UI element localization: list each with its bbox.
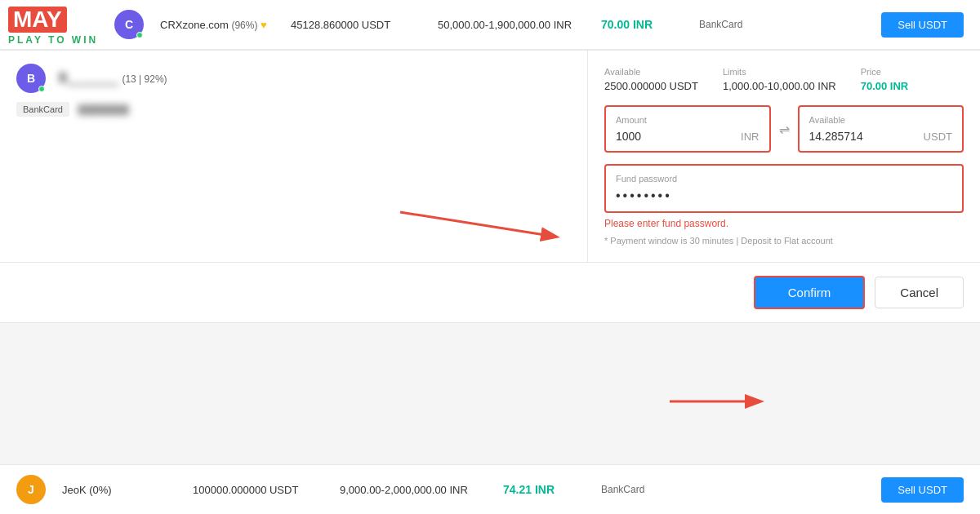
bankcard-tag: BankCard	[16, 102, 69, 117]
top-trader-info: CRXzone.com (96%) ♥	[160, 19, 274, 31]
may-logo: MAY	[8, 7, 98, 33]
cancel-button[interactable]: Cancel	[875, 277, 964, 308]
available-input[interactable]	[809, 130, 920, 143]
play-to-win-tagline: PLAY TO WIN	[8, 34, 98, 46]
top-trader-avatar: C	[114, 10, 144, 39]
form-info-row: Available 2500.000000 USDT Limits 1,000.…	[604, 67, 964, 92]
amount-fields-row: Amount INR ⇌ Available USDT	[604, 105, 964, 153]
expanded-bankcard: BankCard ████████	[16, 101, 571, 117]
bottom-trader-amount: 100000.000000 USDT	[193, 484, 323, 496]
bottom-trader-row: J JeoK (0%) 100000.000000 USDT 9,000.00-…	[0, 464, 980, 514]
top-sell-button[interactable]: Sell USDT	[881, 12, 964, 38]
price-label: Price	[861, 67, 909, 77]
form-available-col: Available 2500.000000 USDT	[604, 67, 698, 92]
may-brand-box: MAY	[8, 7, 67, 33]
available-field: Available USDT	[798, 105, 964, 153]
available-field-label: Available	[809, 115, 953, 125]
payment-note: * Payment window is 30 minutes | Deposit…	[604, 236, 964, 246]
top-trader-price: 70.00 INR	[601, 18, 683, 31]
form-limits-col: Limits 1,000.00-10,000.00 INR	[723, 67, 836, 92]
limits-label: Limits	[723, 67, 836, 77]
amount-field: Amount INR	[604, 105, 771, 153]
bottom-trader-price: 74.21 INR	[503, 483, 585, 496]
expanded-trader-stats: (13 | 92%)	[122, 73, 167, 85]
price-value: 70.00 INR	[861, 80, 909, 92]
available-input-row: USDT	[809, 130, 953, 143]
password-label: Fund password	[616, 174, 952, 184]
bottom-trader-avatar: J	[16, 475, 46, 504]
expanded-trader-left: B B_______ (13 | 92%) BankCard ████████	[0, 51, 588, 262]
middle-section: B B_______ (13 | 92%) BankCard ████████ …	[0, 50, 980, 263]
top-trader-amount: 45128.860000 USDT	[291, 19, 421, 31]
may-logo-area: MAY PLAY TO WIN	[8, 7, 98, 46]
expanded-trader-row: B B_______ (13 | 92%)	[16, 64, 571, 93]
page-wrapper: C CRXzone.com (96%) ♥ 45128.860000 USDT …	[0, 0, 980, 514]
top-trader-limits: 50,000.00-1,900,000.00 INR	[438, 19, 585, 31]
limits-value: 1,000.00-10,000.00 INR	[723, 80, 836, 92]
available-value: 2500.000000 USDT	[604, 80, 698, 92]
amount-field-label: Amount	[616, 115, 760, 125]
bottom-trader-limits: 9,000.00-2,000,000.00 INR	[340, 484, 487, 496]
amount-input[interactable]	[616, 130, 737, 143]
password-error: Please enter fund password.	[604, 218, 964, 229]
action-buttons-row: Confirm Cancel	[0, 263, 980, 323]
bottom-trader-payment: BankCard	[601, 484, 683, 495]
available-currency: USDT	[924, 131, 952, 143]
amount-input-row: INR	[616, 130, 760, 143]
expanded-trader-avatar: B	[16, 64, 46, 93]
may-text: MAY	[13, 7, 62, 32]
form-price-col: Price 70.00 INR	[861, 67, 909, 92]
blurred-account: ████████	[78, 104, 128, 114]
amount-currency: INR	[741, 131, 759, 143]
expanded-trader-info: B_______ (13 | 92%)	[59, 71, 167, 86]
top-trader-payment: BankCard	[699, 19, 781, 30]
bottom-trader-info: JeoK (0%)	[62, 484, 176, 496]
bottom-sell-button[interactable]: Sell USDT	[881, 477, 964, 503]
form-panel: Available 2500.000000 USDT Limits 1,000.…	[588, 51, 980, 262]
top-trader-name: CRXzone.com (96%) ♥	[160, 19, 274, 31]
fund-password-input[interactable]	[616, 188, 952, 203]
available-label: Available	[604, 67, 698, 77]
bottom-trader-name: JeoK (0%)	[62, 484, 176, 496]
online-indicator	[136, 32, 143, 38]
swap-icon: ⇌	[779, 122, 790, 137]
password-field-container: Fund password	[604, 164, 964, 213]
expanded-trader-name-blurred: B_______	[59, 71, 118, 86]
top-trader-row: C CRXzone.com (96%) ♥ 45128.860000 USDT …	[0, 0, 980, 50]
expanded-online-indicator	[38, 86, 45, 92]
confirm-button[interactable]: Confirm	[754, 276, 866, 309]
